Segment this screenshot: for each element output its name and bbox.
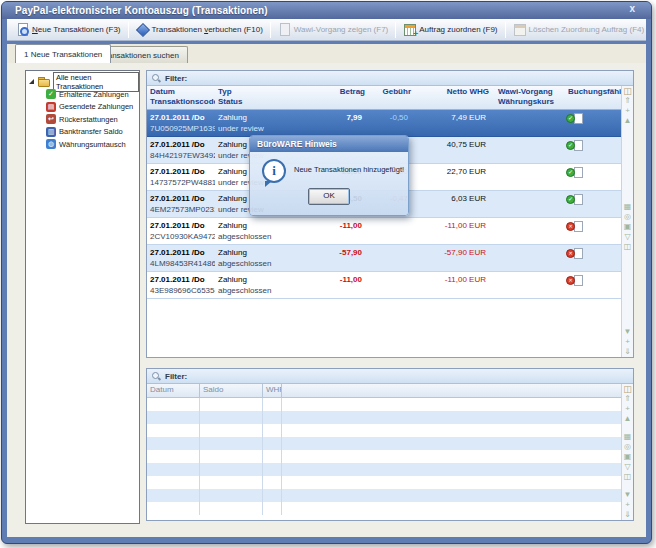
refunds-icon: ↩: [46, 114, 56, 124]
filter-icon[interactable]: ▽: [624, 462, 630, 472]
cell-buchungsfaehig: [565, 245, 621, 271]
copy-grid-icon[interactable]: ◫: [623, 384, 632, 394]
table-row[interactable]: 27.01.2011 /Do7U050925MP163920NZahlungun…: [147, 110, 621, 137]
filter-icon[interactable]: ▽: [624, 232, 630, 242]
dialog-titlebar: BüroWARE Hinweis: [250, 136, 408, 152]
currency-exchange-icon: ◍: [46, 139, 56, 149]
cell-netto: -11,00 EUR: [417, 218, 495, 244]
category-tree-panel: Alle neuen Transaktionen ✓Erhaltene Zahl…: [25, 70, 140, 524]
cell-gebuehr: [371, 218, 417, 244]
column-header-empty: [282, 384, 621, 397]
column-header-buchungsfaehig[interactable]: Buchungsfähig: [565, 86, 621, 109]
column-header-typ[interactable]: TypStatus: [215, 86, 325, 109]
saldo-table-side-controls: ◫⇑+▲▦◎▣▽◫▼+⇓: [621, 384, 633, 520]
empty-saldo-row: [147, 502, 621, 515]
tree-item-sent-payments[interactable]: ▤Gesendete Zahlungen: [26, 101, 139, 114]
add-row-icon[interactable]: +: [625, 500, 630, 510]
cell-wawi: [495, 164, 565, 190]
grid-view-icon[interactable]: ▦: [624, 202, 632, 212]
cell-betrag: 7,99: [325, 110, 371, 136]
scroll-first-icon[interactable]: ⇑: [624, 394, 631, 404]
table-row[interactable]: 27.01.2011 /Do2CV10930KA9472237Zahlungab…: [147, 218, 621, 245]
search-icon[interactable]: ◎: [624, 212, 631, 222]
copy-grid-icon[interactable]: ◫: [623, 86, 632, 96]
column-header-netto[interactable]: Netto WHG: [417, 86, 495, 109]
new-transactions-button[interactable]: Neue Transaktionen (F3): [11, 21, 126, 39]
tree-item-bank-transfer-balance[interactable]: ▥Banktransfer Saldo: [26, 126, 139, 139]
empty-saldo-row: [147, 463, 621, 476]
scroll-down-icon[interactable]: ▼: [624, 490, 632, 500]
column-header-saldo[interactable]: Saldo: [200, 384, 263, 397]
cell-wawi: [495, 191, 565, 217]
post-transactions-button[interactable]: Transaktionen verbuchen (F10): [131, 21, 268, 39]
bank-transfer-balance-icon: ▥: [46, 127, 56, 137]
tree-item-currency-exchange[interactable]: ◍Währungsumtausch: [26, 138, 139, 151]
cell-datum: 27.01.2011 /Do2CV10930KA9472237: [147, 218, 215, 244]
edit-icon[interactable]: ▣: [624, 452, 632, 462]
grid-view-icon[interactable]: ▦: [624, 432, 632, 442]
cell-buchungsfaehig: [565, 137, 621, 163]
post-transactions-icon: [136, 23, 149, 36]
scroll-up-icon[interactable]: ▲: [624, 414, 632, 424]
table-row[interactable]: 27.01.2011 /Do43E989696C6535442Zahlungab…: [147, 272, 621, 299]
button-label: Löschen Zuordnung Auftrag (F4): [529, 25, 645, 34]
empty-saldo-row: [147, 398, 621, 411]
saldo-table-panel: Filter: Datum Saldo WHR ◫⇑+▲▦◎▣▽◫▼+⇓: [146, 368, 634, 521]
screen: PayPal-elektronischer Kontoauszug (Trans…: [0, 0, 656, 548]
scroll-first-icon[interactable]: ⇑: [624, 96, 631, 106]
filter-bar[interactable]: Filter:: [147, 71, 633, 86]
show-wawi-icon: [278, 23, 291, 36]
add-row-icon[interactable]: +: [625, 106, 630, 116]
cell-buchungsfaehig: [565, 218, 621, 244]
export-icon[interactable]: ◫: [624, 242, 632, 252]
export-icon[interactable]: ◫: [624, 472, 632, 482]
tree-item-all-new-transactions[interactable]: Alle neuen Transaktionen: [26, 75, 139, 88]
tree-item-label: Rückerstattungen: [59, 115, 118, 124]
add-row-icon[interactable]: +: [625, 404, 630, 414]
cell-netto: -57,90 EUR: [417, 245, 495, 271]
info-icon: i: [262, 159, 286, 183]
column-header-wawi[interactable]: Wawi-VorgangWährungskurs: [495, 86, 565, 109]
tab-new-transactions[interactable]: 1 Neue Transaktionen: [15, 44, 111, 63]
cell-wawi: [495, 218, 565, 244]
scroll-last-icon[interactable]: ⇓: [624, 510, 631, 520]
show-wawi-order-button[interactable]: Wawi-Vorgang zeigen (F7): [273, 21, 393, 39]
ok-button[interactable]: OK: [308, 188, 350, 205]
delete-order-assignment-button[interactable]: Löschen Zuordnung Auftrag (F4): [508, 21, 646, 39]
add-row-icon[interactable]: +: [625, 337, 630, 347]
sent-payments-icon: ▤: [46, 102, 56, 112]
new-transactions-icon: [16, 23, 29, 36]
tree-item-label: Banktransfer Saldo: [59, 127, 123, 136]
tree-item-label: Gesendete Zahlungen: [59, 102, 133, 111]
scroll-up-icon[interactable]: ▲: [624, 116, 632, 126]
cell-netto: 40,75 EUR: [417, 137, 495, 163]
close-button[interactable]: x: [629, 3, 635, 14]
cell-datum: 27.01.2011 /Do14737572PW488130C: [147, 164, 215, 190]
search-icon: [152, 372, 161, 381]
column-header-datum[interactable]: DatumTransaktionscode: [147, 86, 215, 109]
cell-wawi: [495, 137, 565, 163]
column-header-gebuehr[interactable]: Gebühr: [371, 86, 417, 109]
saldo-filter-bar[interactable]: Filter:: [147, 369, 633, 384]
assign-order-button[interactable]: Auftrag zuordnen (F9): [398, 21, 502, 39]
column-header-saldo-datum[interactable]: Datum: [147, 384, 200, 397]
table-row[interactable]: 27.01.2011 /Do4LM98453R41486714Zahlungab…: [147, 245, 621, 272]
tree-item-received-payments[interactable]: ✓Erhaltene Zahlungen: [26, 88, 139, 101]
search-icon[interactable]: ◎: [624, 442, 631, 452]
scroll-down-icon[interactable]: ▼: [624, 327, 632, 337]
tree-expander-icon[interactable]: [29, 79, 34, 84]
column-header-whr[interactable]: WHR: [263, 384, 282, 397]
edit-icon[interactable]: ▣: [624, 222, 632, 232]
scroll-last-icon[interactable]: ⇓: [624, 347, 631, 357]
cell-buchungsfaehig: [565, 272, 621, 298]
cell-wawi: [495, 272, 565, 298]
empty-saldo-row: [147, 489, 621, 502]
empty-saldo-row: [147, 437, 621, 450]
assign-order-icon: [403, 23, 416, 36]
column-header-betrag[interactable]: Betrag: [325, 86, 371, 109]
cell-netto: 6,03 EUR: [417, 191, 495, 217]
tree-item-refunds[interactable]: ↩Rückerstattungen: [26, 113, 139, 126]
titlebar: PayPal-elektronischer Kontoauszug (Trans…: [2, 2, 651, 19]
tab-strip: 1 Neue Transaktionen2 Transaktionen such…: [7, 44, 646, 63]
toolbar-separator: [505, 22, 506, 38]
